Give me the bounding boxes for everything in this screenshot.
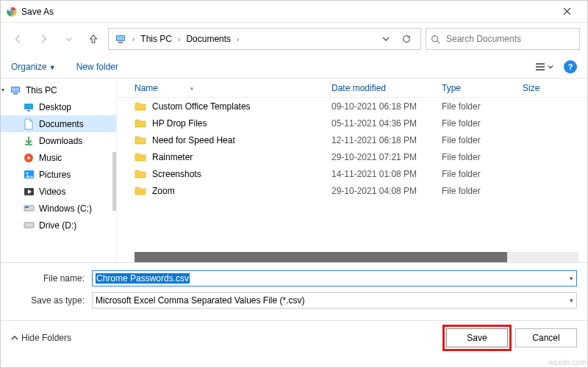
sidebar: ▾ This PC Desktop Documents xyxy=(1,79,117,262)
recent-dropdown[interactable] xyxy=(58,29,79,49)
up-button[interactable] xyxy=(83,29,104,49)
save-button[interactable]: Save xyxy=(446,328,508,347)
column-headers[interactable]: Name ▴ Date modified Type Size xyxy=(117,79,587,98)
file-name: HP Drop Files xyxy=(152,118,207,129)
new-folder-button[interactable]: New folder xyxy=(76,62,118,72)
file-type: File folder xyxy=(442,186,523,196)
tree-this-pc[interactable]: ▾ This PC xyxy=(1,82,116,98)
cancel-button[interactable]: Cancel xyxy=(515,328,577,347)
chevron-right-icon: › xyxy=(176,35,182,43)
downloads-icon xyxy=(23,135,35,147)
documents-icon xyxy=(23,118,35,130)
tree-downloads[interactable]: Downloads xyxy=(1,132,116,149)
videos-icon xyxy=(23,186,35,198)
crumb-documents[interactable]: Documents xyxy=(183,32,234,46)
save-type-select[interactable]: Microsoft Excel Comma Separated Values F… xyxy=(92,292,577,309)
chevron-right-icon: › xyxy=(235,35,240,43)
save-form: File name: Chrome Passwords.csv ▾ Save a… xyxy=(1,262,587,320)
search-box[interactable] xyxy=(426,28,580,50)
sidebar-scrollbar[interactable] xyxy=(112,152,116,211)
column-label: Name xyxy=(135,83,158,93)
tree-label: Desktop xyxy=(39,102,71,112)
tree-drive-d[interactable]: Drive (D:) xyxy=(1,217,116,234)
view-options-button[interactable] xyxy=(535,62,553,71)
watermark: wsxdn.com xyxy=(548,358,587,367)
caret-down-icon[interactable]: ▾ xyxy=(570,275,573,282)
file-type: File folder xyxy=(442,169,523,179)
file-row[interactable]: Custom Office Templates09-10-2021 06:18 … xyxy=(117,98,587,115)
save-type-label: Save as type: xyxy=(11,295,92,306)
file-name-input[interactable]: Chrome Passwords.csv ▾ xyxy=(92,270,577,286)
scrollbar-thumb[interactable] xyxy=(135,252,507,262)
svg-point-8 xyxy=(432,35,438,41)
column-type[interactable]: Type xyxy=(442,83,523,93)
column-name[interactable]: Name ▴ xyxy=(135,83,331,93)
file-date: 09-10-2021 06:18 PM xyxy=(331,101,442,112)
desktop-icon xyxy=(23,101,35,113)
file-pane: Name ▴ Date modified Type Size Custom Of… xyxy=(117,79,587,262)
breadcrumb[interactable]: › This PC › Documents › xyxy=(108,28,421,50)
tree-desktop[interactable]: Desktop xyxy=(1,98,116,115)
column-date[interactable]: Date modified xyxy=(331,83,442,93)
file-name-value: Chrome Passwords.csv xyxy=(96,273,190,284)
file-name: Rainmeter xyxy=(152,152,193,162)
organize-label: Organize xyxy=(11,62,47,72)
tree-drive-c[interactable]: Windows (C:) xyxy=(1,200,116,217)
caret-down-icon: ▼ xyxy=(49,64,56,71)
tree-label: Drive (D:) xyxy=(39,220,76,231)
file-row[interactable]: Screenshots14-11-2021 01:08 PMFile folde… xyxy=(117,165,587,182)
close-button[interactable] xyxy=(552,1,581,22)
file-date: 12-11-2021 06:18 PM xyxy=(331,135,442,145)
tree-music[interactable]: Music xyxy=(1,149,116,166)
cancel-button-label: Cancel xyxy=(532,333,559,343)
crumb-this-pc[interactable]: This PC xyxy=(137,32,175,46)
organize-menu[interactable]: Organize▼ xyxy=(11,62,56,72)
caret-down-icon[interactable]: ▾ xyxy=(570,297,573,304)
file-date: 05-11-2021 04:36 PM xyxy=(331,118,442,129)
svg-point-4 xyxy=(10,10,13,13)
hide-folders-button[interactable]: Hide Folders xyxy=(11,333,71,343)
file-date: 29-10-2021 04:08 PM xyxy=(331,186,442,196)
file-row[interactable]: HP Drop Files05-11-2021 04:36 PMFile fol… xyxy=(117,115,587,131)
forward-button[interactable] xyxy=(33,29,54,49)
footer: Hide Folders Save Cancel xyxy=(1,320,587,354)
horizontal-scrollbar[interactable] xyxy=(135,252,578,262)
tree-label: Pictures xyxy=(39,170,71,180)
search-icon xyxy=(431,35,440,44)
search-input[interactable] xyxy=(445,33,575,45)
folder-icon xyxy=(135,135,146,145)
file-row[interactable]: Zoom29-10-2021 04:08 PMFile folder xyxy=(117,182,587,199)
file-row[interactable]: Rainmeter29-10-2021 07:21 PMFile folder xyxy=(117,148,587,165)
file-date: 29-10-2021 07:21 PM xyxy=(331,152,442,162)
file-row[interactable]: Need for Speed Heat12-11-2021 06:18 PMFi… xyxy=(117,131,587,148)
save-button-label: Save xyxy=(467,333,487,343)
content-area: ▾ This PC Desktop Documents xyxy=(1,79,587,262)
column-size[interactable]: Size xyxy=(523,83,587,93)
file-type: File folder xyxy=(442,135,523,145)
chevron-down-icon[interactable]: ▾ xyxy=(1,87,4,93)
svg-rect-13 xyxy=(27,110,30,112)
file-name-label: File name: xyxy=(11,273,92,284)
drive-icon xyxy=(23,220,35,231)
tree-label: Downloads xyxy=(39,136,82,146)
tree-videos[interactable]: Videos xyxy=(1,183,116,200)
help-button[interactable]: ? xyxy=(564,60,577,73)
svg-rect-11 xyxy=(13,93,18,95)
back-button[interactable] xyxy=(8,29,29,49)
refresh-button[interactable] xyxy=(398,31,415,47)
save-type-value: Microsoft Excel Comma Separated Values F… xyxy=(96,295,305,306)
pictures-icon xyxy=(23,169,35,181)
folder-icon xyxy=(135,101,146,112)
file-date: 14-11-2021 01:08 PM xyxy=(331,169,442,179)
file-name: Screenshots xyxy=(152,169,201,179)
tree-pictures[interactable]: Pictures xyxy=(1,166,116,183)
tree-label: This PC xyxy=(26,85,57,95)
file-name: Zoom xyxy=(152,186,175,196)
breadcrumb-dropdown[interactable] xyxy=(378,31,394,47)
this-pc-icon xyxy=(115,33,126,45)
titlebar: Save As xyxy=(1,1,587,23)
svg-point-17 xyxy=(26,173,28,175)
svg-rect-12 xyxy=(24,104,33,109)
nav-row: › This PC › Documents › xyxy=(1,23,587,55)
tree-documents[interactable]: Documents xyxy=(1,115,116,132)
